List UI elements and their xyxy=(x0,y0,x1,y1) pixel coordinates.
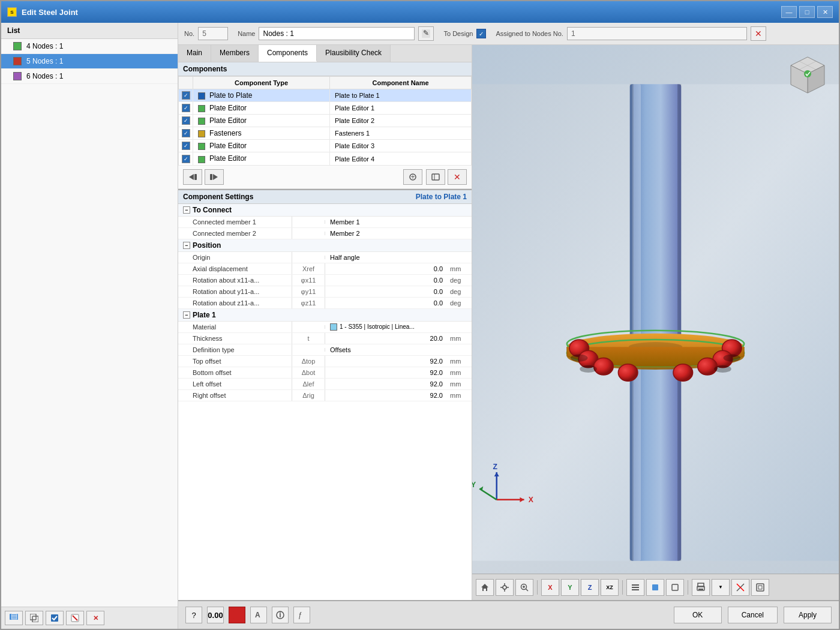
cancel-button[interactable]: Cancel xyxy=(728,607,778,623)
comp-delete-btn[interactable]: ✕ xyxy=(448,169,467,185)
tab-members[interactable]: Members xyxy=(211,45,259,62)
collapse-plate1[interactable]: − xyxy=(183,311,190,319)
comp-row-0[interactable]: ✓ Plate to Plate Plate to Plate 1 xyxy=(179,89,472,102)
view-solid-btn[interactable] xyxy=(646,579,664,596)
unit-rotx: deg xyxy=(448,275,472,286)
apply-button[interactable]: Apply xyxy=(784,607,832,623)
value-rotx[interactable]: 0.0 xyxy=(325,275,448,286)
assigned-clear-button[interactable]: ✕ xyxy=(751,26,766,41)
tree-row-member2[interactable]: Connected member 2 Member 2 xyxy=(178,228,472,239)
view-z-btn[interactable]: Z xyxy=(581,579,599,596)
unit-axial: mm xyxy=(448,263,472,274)
comp-move-right-btn[interactable] xyxy=(205,169,224,185)
label-botoffset: Bottom offset xyxy=(178,367,292,378)
tree-row-member1[interactable]: Connected member 1 Member 1 xyxy=(178,217,472,228)
ok-button[interactable]: OK xyxy=(674,607,722,623)
maximize-button[interactable]: □ xyxy=(799,6,815,18)
list-item[interactable]: 4 Nodes : 1 xyxy=(1,39,178,54)
assigned-input[interactable] xyxy=(567,27,747,40)
tree-row-material[interactable]: Material 1 - S355 | Isotropic | Linea... xyxy=(178,322,472,333)
close-button[interactable]: ✕ xyxy=(817,6,833,18)
comp-check-5[interactable]: ✓ xyxy=(182,155,190,163)
to-design-checkbox[interactable]: ✓ xyxy=(476,29,486,38)
list-delete-btn[interactable]: ✕ xyxy=(86,611,104,625)
list-add-btn[interactable]: ▤ xyxy=(5,611,23,625)
view-print-drop-btn[interactable]: ▼ xyxy=(712,579,730,596)
list-item-selected[interactable]: 5 Nodes : 1 xyxy=(1,54,178,69)
comp-check-4[interactable]: ✓ xyxy=(182,142,190,150)
comp-check-1[interactable]: ✓ xyxy=(182,104,190,112)
tree-row-rotz[interactable]: Rotation about z11-a... φz11 0.0 deg xyxy=(178,298,472,309)
text-edit-button[interactable]: A xyxy=(250,607,267,623)
view-x-btn[interactable]: X xyxy=(541,579,559,596)
comp-row-5[interactable]: ✓ Plate Editor Plate Editor 4 xyxy=(179,152,472,165)
value-topoffset[interactable]: 92.0 xyxy=(325,356,448,367)
collapse-position[interactable]: − xyxy=(183,242,190,249)
comp-row-4[interactable]: ✓ Plate Editor Plate Editor 3 xyxy=(179,140,472,152)
tree-row-thickness[interactable]: Thickness t 20.0 mm xyxy=(178,333,472,344)
collapse-to-connect[interactable]: − xyxy=(183,206,190,214)
group-plate1-header[interactable]: − Plate 1 xyxy=(178,309,472,322)
group-position-header[interactable]: − Position xyxy=(178,239,472,252)
value-deftype[interactable]: Offsets xyxy=(325,344,448,355)
value-botoffset[interactable]: 92.0 xyxy=(325,367,448,378)
minimize-button[interactable]: — xyxy=(781,6,797,18)
tab-plausibility[interactable]: Plausibility Check xyxy=(317,45,391,62)
view-cut-btn[interactable] xyxy=(731,579,749,596)
view-wireframe-btn[interactable] xyxy=(666,579,684,596)
comp-check-0[interactable]: ✓ xyxy=(182,91,190,100)
comp-row-2[interactable]: ✓ Plate Editor Plate Editor 2 xyxy=(179,115,472,127)
tree-row-origin[interactable]: Origin Half angle xyxy=(178,252,472,263)
list-item-label-6: 6 Nodes : 1 xyxy=(26,72,63,80)
value-leftoffset[interactable]: 92.0 xyxy=(325,379,448,389)
comp-row-3[interactable]: ✓ Fasteners Fasteners 1 xyxy=(179,127,472,140)
tree-row-rotx[interactable]: Rotation about x11-a... φx11 0.0 deg xyxy=(178,275,472,286)
tree-row-topoffset[interactable]: Top offset Δtop 92.0 mm xyxy=(178,356,472,367)
view-frame-btn[interactable] xyxy=(751,579,769,596)
comp-add-btn[interactable]: + xyxy=(403,169,422,185)
item-color-6 xyxy=(13,72,22,80)
tree-row-leftoffset[interactable]: Left offset Δlef 92.0 mm xyxy=(178,379,472,390)
comp-check-3[interactable]: ✓ xyxy=(182,129,190,137)
value-axial[interactable]: 0.0 xyxy=(325,263,448,274)
red-box-button[interactable] xyxy=(229,607,245,623)
tree-row-botoffset[interactable]: Bottom offset Δbot 92.0 mm xyxy=(178,367,472,379)
cube-navigator[interactable] xyxy=(784,52,832,100)
tree-row-deftype[interactable]: Definition type Offsets xyxy=(178,344,472,356)
svg-text:i: i xyxy=(279,611,281,619)
value-material[interactable]: 1 - S355 | Isotropic | Linea... xyxy=(325,322,448,332)
list-check-btn[interactable] xyxy=(46,611,64,625)
list-copy-btn[interactable] xyxy=(25,611,43,625)
comp-row-1[interactable]: ✓ Plate Editor Plate Editor 1 xyxy=(179,102,472,115)
comp-settings-btn[interactable] xyxy=(426,169,445,185)
value-thickness[interactable]: 20.0 xyxy=(325,333,448,344)
tree-row-rightoffset[interactable]: Right offset Δrig 92.0 mm xyxy=(178,390,472,401)
tree-row-axial[interactable]: Axial displacement Xref 0.0 mm xyxy=(178,263,472,275)
zero-button[interactable]: 0.00 xyxy=(207,607,224,623)
view-layers-btn[interactable] xyxy=(626,579,644,596)
list-item-6[interactable]: 6 Nodes : 1 xyxy=(1,69,178,84)
no-input[interactable] xyxy=(198,27,228,40)
tab-components[interactable]: Components xyxy=(259,45,317,62)
name-input[interactable] xyxy=(259,27,415,40)
name-edit-button[interactable]: ✎ xyxy=(418,26,434,41)
view-xz-btn[interactable]: XZ xyxy=(601,579,619,596)
view-print-btn[interactable] xyxy=(692,579,710,596)
value-roty[interactable]: 0.0 xyxy=(325,286,448,297)
svg-text:▤: ▤ xyxy=(11,614,17,620)
help-button[interactable]: ? xyxy=(185,607,202,623)
view-y-btn[interactable]: Y xyxy=(561,579,579,596)
list-uncheck-btn[interactable] xyxy=(66,611,84,625)
formula-button[interactable]: ƒ xyxy=(293,607,310,623)
view-home-btn[interactable] xyxy=(476,579,494,596)
tab-main[interactable]: Main xyxy=(178,45,211,62)
view-pan-btn[interactable] xyxy=(496,579,514,596)
value-rotz[interactable]: 0.0 xyxy=(325,298,448,308)
comp-move-left-btn[interactable] xyxy=(183,169,202,185)
value-rightoffset[interactable]: 92.0 xyxy=(325,390,448,401)
comp-check-2[interactable]: ✓ xyxy=(182,116,190,125)
info-button[interactable]: i xyxy=(272,607,289,623)
group-to-connect-header[interactable]: − To Connect xyxy=(178,204,472,217)
view-zoom-btn[interactable] xyxy=(515,579,533,596)
tree-row-roty[interactable]: Rotation about y11-a... φy11 0.0 deg xyxy=(178,286,472,298)
